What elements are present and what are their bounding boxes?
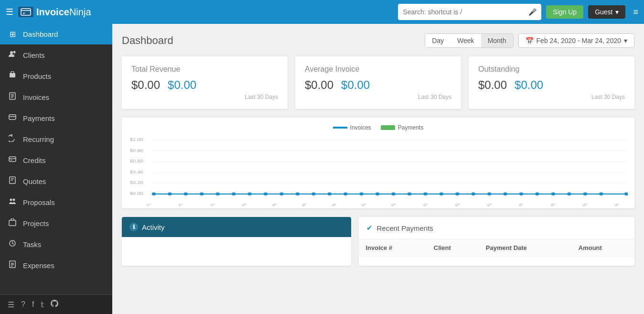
col-amount: Amount <box>572 239 634 257</box>
tasks-icon <box>8 239 17 249</box>
footer-list-icon[interactable]: ☰ <box>8 300 14 309</box>
svg-point-37 <box>343 193 347 195</box>
recent-payments-panel: ✔ Recent Payments Invoice # Client Payme… <box>359 217 634 266</box>
sidebar-item-expenses[interactable]: Expenses <box>0 255 112 276</box>
sidebar-item-projects[interactable]: Projects <box>0 213 112 234</box>
stat-sub-average: Last 30 Days <box>305 94 451 100</box>
logo-icon <box>18 7 33 17</box>
svg-point-2 <box>13 51 16 54</box>
sidebar-item-products[interactable]: Products <box>0 65 112 87</box>
main-layout: ⊞ Dashboard Clients Products Invoices <box>0 24 644 314</box>
svg-point-26 <box>168 193 172 195</box>
logo-svg <box>21 8 31 16</box>
recurring-icon <box>8 134 17 144</box>
content-area: Dashboard Day Week Month 📅 Feb 24, 2020 … <box>112 24 644 314</box>
svg-point-45 <box>472 193 475 195</box>
search-input[interactable] <box>403 8 526 16</box>
sidebar-item-dashboard[interactable]: ⊞ Dashboard <box>0 24 112 44</box>
stat-card-revenue: Total Revenue $0.00 $0.00 Last 30 Days <box>122 56 288 109</box>
svg-point-48 <box>519 193 523 195</box>
check-circle-icon: ✔ <box>366 224 373 232</box>
svg-point-40 <box>391 193 395 195</box>
footer-twitter-icon[interactable]: 𝕥 <box>41 300 44 309</box>
svg-text:$0.00: $0.00 <box>130 191 143 196</box>
svg-point-1 <box>10 51 13 54</box>
svg-point-9 <box>13 199 15 201</box>
svg-point-53 <box>599 193 603 195</box>
sidebar: ⊞ Dashboard Clients Products Invoices <box>0 24 112 314</box>
period-tab-day[interactable]: Day <box>425 34 451 47</box>
svg-rect-6 <box>9 157 16 162</box>
footer-github-icon[interactable] <box>51 300 58 309</box>
stat-val-blue-revenue: $0.00 <box>168 78 196 92</box>
kebab-icon[interactable]: ≡ <box>633 7 638 17</box>
dashboard-controls: Day Week Month 📅 Feb 24, 2020 - Mar 24, … <box>425 33 634 48</box>
calendar-icon: 📅 <box>526 37 534 44</box>
menu-icon[interactable]: ☰ <box>6 7 13 17</box>
sidebar-item-recurring[interactable]: Recurring <box>0 129 112 150</box>
stat-card-average: Average Invoice $0.00 $0.00 Last 30 Days <box>295 56 461 109</box>
svg-point-43 <box>440 193 443 195</box>
svg-rect-12 <box>10 261 15 268</box>
svg-point-38 <box>359 193 363 195</box>
date-range-button[interactable]: 📅 Feb 24, 2020 - Mar 24, 2020 ▾ <box>518 33 634 48</box>
sidebar-item-proposals[interactable]: Proposals <box>0 192 112 213</box>
footer-facebook-icon[interactable]: f <box>32 300 34 309</box>
svg-point-25 <box>152 193 156 195</box>
svg-text:$0.40: $0.40 <box>130 170 143 174</box>
period-tab-month[interactable]: Month <box>481 34 513 47</box>
chart-area: $1.00 $0.80 $0.60 $0.40 $0.20 $0.00 <box>129 135 628 202</box>
svg-point-31 <box>247 193 251 195</box>
sidebar-item-invoices[interactable]: Invoices <box>0 87 112 108</box>
stat-title-revenue: Total Revenue <box>131 65 278 74</box>
activity-header: ℹ Activity <box>122 217 351 237</box>
sidebar-item-credits[interactable]: Credits <box>0 150 112 171</box>
clients-icon <box>8 50 17 60</box>
svg-text:$0.60: $0.60 <box>130 159 143 163</box>
legend-payments: Payments <box>381 124 423 131</box>
guest-button[interactable]: Guest ▾ <box>588 5 625 19</box>
svg-point-28 <box>200 193 204 195</box>
svg-point-47 <box>503 193 507 195</box>
period-tab-week[interactable]: Week <box>451 34 481 47</box>
svg-point-51 <box>567 193 571 195</box>
sidebar-item-clients[interactable]: Clients <box>0 44 112 65</box>
info-icon: ℹ <box>129 223 138 231</box>
stat-card-outstanding: Outstanding $0.00 $0.00 Last 30 Days <box>469 56 634 109</box>
signup-button[interactable]: Sign Up <box>546 5 583 19</box>
sidebar-item-tasks[interactable]: Tasks <box>0 234 112 255</box>
stat-val-average: $0.00 <box>305 78 333 92</box>
stat-val-outstanding: $0.00 <box>478 78 507 92</box>
legend-invoices: Invoices <box>333 124 371 131</box>
col-invoice-num: Invoice # <box>359 239 427 257</box>
svg-point-8 <box>10 199 12 201</box>
svg-point-54 <box>624 193 628 195</box>
svg-point-46 <box>487 193 491 195</box>
col-client: Client <box>427 239 479 257</box>
svg-point-44 <box>455 193 459 195</box>
stat-val-revenue: $0.00 <box>131 78 160 92</box>
stat-title-outstanding: Outstanding <box>478 65 625 74</box>
svg-point-35 <box>311 193 315 195</box>
stats-row: Total Revenue $0.00 $0.00 Last 30 Days A… <box>122 56 634 109</box>
footer-help-icon[interactable]: ? <box>21 300 25 309</box>
stat-values-outstanding: $0.00 $0.00 <box>478 78 625 92</box>
payments-table-header-row: Invoice # Client Payment Date Amount <box>359 239 634 257</box>
sidebar-item-quotes[interactable]: Quotes <box>0 171 112 192</box>
stat-sub-revenue: Last 30 Days <box>131 94 278 100</box>
svg-point-42 <box>423 193 427 195</box>
search-bar[interactable]: 🎤 <box>398 4 541 20</box>
projects-icon <box>8 218 17 228</box>
svg-point-27 <box>184 193 188 195</box>
svg-rect-5 <box>9 115 16 119</box>
stat-val-blue-average: $0.00 <box>341 78 370 92</box>
sidebar-item-payments[interactable]: Payments <box>0 108 112 129</box>
svg-point-41 <box>408 193 411 195</box>
chevron-down-icon: ▾ <box>615 8 619 16</box>
chevron-down-icon: ▾ <box>624 37 627 44</box>
svg-point-30 <box>232 193 236 195</box>
sidebar-footer: ☰ ? f 𝕥 <box>0 294 112 314</box>
svg-point-29 <box>216 193 220 195</box>
logo: InvoiceNinja <box>18 7 91 18</box>
col-payment-date: Payment Date <box>479 239 572 257</box>
